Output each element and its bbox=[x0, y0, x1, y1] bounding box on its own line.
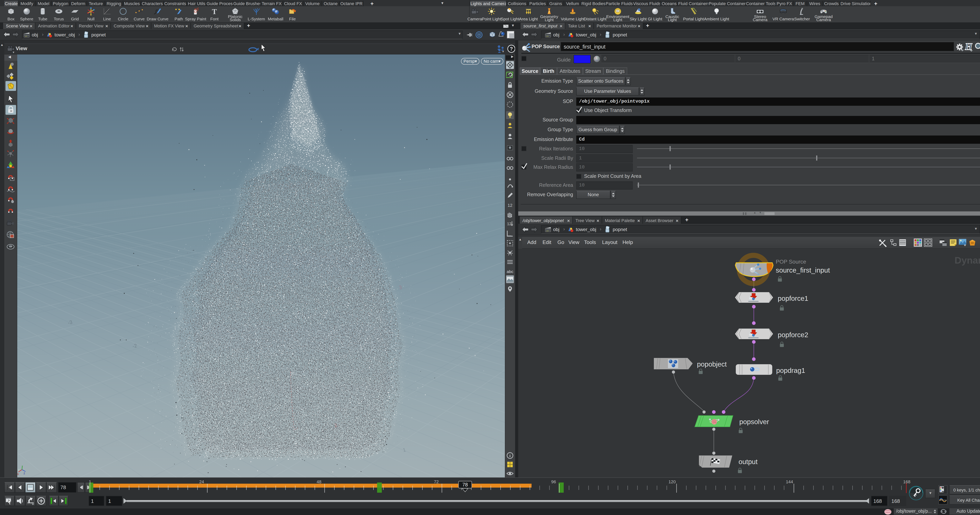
svg-text:x: x bbox=[17, 472, 19, 475]
svg-text:abc: abc bbox=[507, 269, 513, 274]
svg-text:+: + bbox=[964, 243, 966, 246]
svg-text:12: 12 bbox=[508, 203, 512, 208]
svg-text:output: output bbox=[738, 458, 758, 466]
svg-text:POP Source: POP Source bbox=[776, 259, 806, 265]
svg-text:popforce2: popforce2 bbox=[778, 331, 808, 339]
svg-text:popforce1: popforce1 bbox=[778, 295, 808, 302]
svg-text:y: y bbox=[18, 468, 20, 471]
svg-text:popobject: popobject bbox=[697, 360, 727, 368]
svg-text:popdrag1: popdrag1 bbox=[776, 366, 805, 374]
svg-text:12: 12 bbox=[507, 222, 511, 226]
svg-text:?: ? bbox=[510, 46, 513, 52]
svg-text:z: z bbox=[24, 472, 25, 475]
svg-text:T: T bbox=[212, 8, 217, 16]
svg-text:source_first_input: source_first_input bbox=[776, 266, 830, 274]
svg-text:popsolver: popsolver bbox=[739, 418, 769, 426]
svg-text:226: 226 bbox=[9, 246, 12, 247]
